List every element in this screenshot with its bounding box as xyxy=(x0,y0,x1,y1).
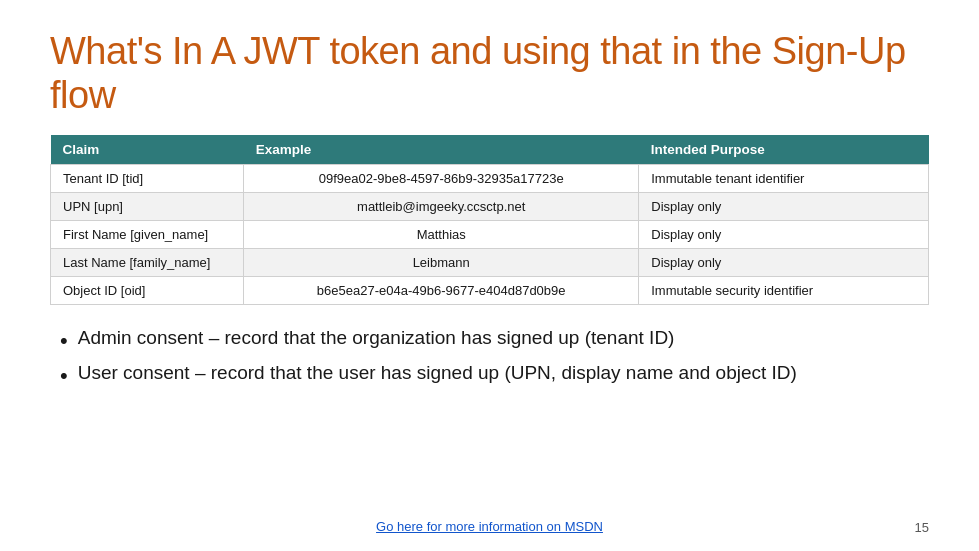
table-cell: Last Name [family_name] xyxy=(51,249,244,277)
table-cell: Display only xyxy=(639,249,929,277)
header-claim: Claim xyxy=(51,135,244,165)
bullet-text-2: User consent – record that the user has … xyxy=(78,360,797,386)
table-row: UPN [upn]mattleib@imgeeky.ccsctp.netDisp… xyxy=(51,193,929,221)
table-cell: Object ID [oid] xyxy=(51,277,244,305)
table-row: Last Name [family_name]LeibmannDisplay o… xyxy=(51,249,929,277)
table-cell: Tenant ID [tid] xyxy=(51,165,244,193)
table-row: Object ID [oid]b6e5ea27-e04a-49b6-9677-e… xyxy=(51,277,929,305)
table-cell: Leibmann xyxy=(244,249,639,277)
table-cell: Matthias xyxy=(244,221,639,249)
claims-table: Claim Example Intended Purpose Tenant ID… xyxy=(50,135,929,305)
header-example: Example xyxy=(244,135,639,165)
list-item: • User consent – record that the user ha… xyxy=(60,360,929,391)
page-title: What's In A JWT token and using that in … xyxy=(50,30,929,117)
table-cell: First Name [given_name] xyxy=(51,221,244,249)
bullet-dot: • xyxy=(60,326,68,356)
table-cell: b6e5ea27-e04a-49b6-9677-e404d87d0b9e xyxy=(244,277,639,305)
table-cell: Immutable tenant identifier xyxy=(639,165,929,193)
table-cell: mattleib@imgeeky.ccsctp.net xyxy=(244,193,639,221)
table-wrapper: Claim Example Intended Purpose Tenant ID… xyxy=(50,135,929,305)
footer: Go here for more information on MSDN xyxy=(0,517,979,535)
msdn-link[interactable]: Go here for more information on MSDN xyxy=(376,519,603,534)
table-cell: Display only xyxy=(639,193,929,221)
header-purpose: Intended Purpose xyxy=(639,135,929,165)
list-item: • Admin consent – record that the organi… xyxy=(60,325,929,356)
bullet-dot: • xyxy=(60,361,68,391)
page-number: 15 xyxy=(915,520,929,535)
bullet-text-1: Admin consent – record that the organiza… xyxy=(78,325,675,351)
table-cell: Display only xyxy=(639,221,929,249)
table-header-row: Claim Example Intended Purpose xyxy=(51,135,929,165)
table-cell: UPN [upn] xyxy=(51,193,244,221)
table-row: First Name [given_name]MatthiasDisplay o… xyxy=(51,221,929,249)
table-row: Tenant ID [tid]09f9ea02-9be8-4597-86b9-3… xyxy=(51,165,929,193)
bullets-section: • Admin consent – record that the organi… xyxy=(50,325,929,394)
table-cell: 09f9ea02-9be8-4597-86b9-32935a17723e xyxy=(244,165,639,193)
slide: What's In A JWT token and using that in … xyxy=(0,0,979,551)
table-cell: Immutable security identifier xyxy=(639,277,929,305)
